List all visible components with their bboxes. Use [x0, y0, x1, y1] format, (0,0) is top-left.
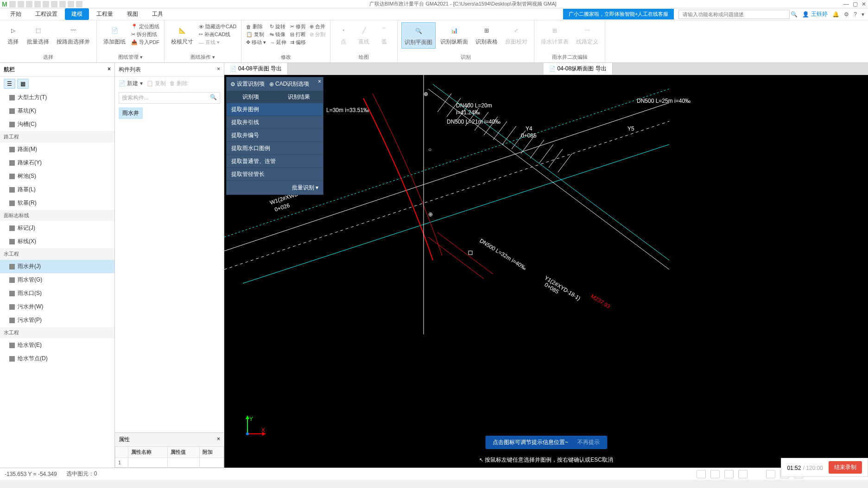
tree-item[interactable]: 污水管(P) — [0, 313, 114, 327]
list-view-icon[interactable]: ☰ — [4, 79, 15, 89]
copy-cmd[interactable]: 📋复制 — [246, 31, 266, 38]
quick-icon[interactable] — [26, 1, 32, 7]
component-search[interactable]: 搜索构件... 🔍 — [119, 92, 220, 104]
status-icon[interactable] — [738, 470, 748, 478]
status-icon[interactable] — [710, 470, 720, 478]
position-hint[interactable]: 点击图标可调节提示信息位置~ 不再提示 — [485, 436, 607, 449]
tree-item[interactable]: 基坑(K) — [0, 104, 114, 118]
import-pdf[interactable]: 📥导入PDF — [131, 39, 159, 46]
line-icon: ╱ — [357, 24, 370, 37]
move-cmd[interactable]: ✥移动 ▾ — [246, 39, 266, 46]
cad-options-tab[interactable]: ⊕CAD识别选项 — [269, 80, 309, 88]
tree-item[interactable]: 标线(X) — [0, 235, 114, 248]
promo-banner[interactable]: 广小二搬家啦，立即体验智能+人工在线客服 — [563, 9, 674, 19]
extend-cmd[interactable]: →延伸 — [270, 39, 286, 46]
road-select-button[interactable]: 〰按路面选择并 — [54, 22, 93, 48]
recognize-table-button[interactable]: ⊞识别表格 — [473, 22, 501, 48]
tree-item[interactable]: 树池(S) — [0, 169, 114, 183]
quick-icon[interactable] — [59, 1, 66, 7]
tree-item[interactable]: 软基(R) — [0, 196, 114, 210]
extract-pipe-size[interactable]: 提取管径管长 — [227, 168, 323, 181]
close-icon[interactable]: × — [217, 436, 220, 442]
settings-tab[interactable]: ⚙设置识别项 — [230, 80, 265, 88]
tree-item[interactable]: 污水井(W) — [0, 300, 114, 313]
tree-item-rainwell[interactable]: 雨水井(J) — [0, 260, 114, 273]
tree-item[interactable]: 给水管(E) — [0, 338, 114, 352]
quick-icon[interactable] — [68, 1, 74, 7]
tab-start[interactable]: 开始 — [4, 8, 28, 20]
search-icon[interactable]: 🔍 — [791, 11, 798, 18]
trim-cmd[interactable]: ✂修剪 — [290, 23, 306, 30]
tree-item[interactable]: 大型土方(T) — [0, 91, 114, 104]
quick-icon[interactable] — [51, 1, 57, 7]
draw-cad-line[interactable]: ✏补画CAD线 — [199, 31, 236, 38]
grid-view-icon[interactable]: ▦ — [17, 79, 29, 89]
delete-cmd[interactable]: 🗑删除 — [246, 23, 266, 30]
mirror-cmd[interactable]: ⇋镜像 — [270, 31, 286, 38]
minimize-icon[interactable]: — — [843, 1, 849, 7]
tree-item[interactable]: 路面(M) — [0, 143, 114, 156]
add-drawing-button[interactable]: 📄添加图纸 — [101, 22, 128, 48]
quick-icon[interactable] — [9, 1, 16, 7]
bell-icon[interactable]: 🔔 — [832, 11, 839, 18]
tree-item[interactable]: 给水节点(D) — [0, 352, 114, 365]
hide-cad[interactable]: 👁隐藏选中CAD — [199, 23, 236, 30]
help-icon[interactable]: ? — [854, 11, 857, 18]
tab-quantity[interactable]: 工程量 — [90, 8, 120, 20]
dismiss-hint[interactable]: 不再提示 — [577, 438, 600, 446]
split-cmd[interactable]: ⊘分割 — [310, 31, 325, 38]
close-icon[interactable]: ✕ — [862, 1, 866, 7]
split-drawing[interactable]: ✂拆分图纸 — [131, 31, 159, 38]
tree-item[interactable]: 沟槽(C) — [0, 118, 114, 131]
extract-inlet-legend[interactable]: 提取雨水口图例 — [227, 142, 323, 155]
tree-item[interactable]: 路基(L) — [0, 183, 114, 196]
close-icon[interactable]: × — [217, 66, 220, 74]
merge-cmd[interactable]: ⊕合并 — [310, 23, 325, 30]
extract-well-id[interactable]: 提取井编号 — [227, 129, 323, 142]
new-button[interactable]: 📄 新建 ▾ — [119, 80, 143, 88]
check-size-button[interactable]: 📐校核尺寸 — [168, 22, 196, 48]
rotate-cmd[interactable]: ↻旋转 — [270, 23, 286, 30]
drawing-tab-plan[interactable]: 📄 04-08平面图 导出 — [224, 63, 288, 75]
quick-icon[interactable] — [76, 1, 82, 7]
quick-icon[interactable] — [43, 1, 49, 7]
recognize-section-button[interactable]: 📊识别纵断面 — [437, 22, 471, 48]
batch-select-button[interactable]: ⬚批量选择 — [24, 22, 52, 48]
extract-well-legend[interactable]: 提取井图例 — [227, 103, 323, 116]
tree-item[interactable]: 标记(J) — [0, 221, 114, 235]
user-label[interactable]: 👤 王钰婷 — [802, 10, 828, 18]
svg-text:DN400 L=20m: DN400 L=20m — [456, 102, 492, 109]
chevron-down-icon[interactable]: ▾ — [862, 11, 864, 18]
batch-recognize-button[interactable]: 批量识别 ▾ — [292, 184, 318, 191]
gear-icon[interactable]: ⚙ — [844, 11, 849, 18]
recognize-plan-button[interactable]: 🔍识别平面图 — [401, 22, 436, 49]
tree-item[interactable]: 雨水口(S) — [0, 287, 114, 300]
stop-recording-button[interactable]: 结束录制 — [829, 461, 862, 474]
extract-well-lead[interactable]: 提取井引线 — [227, 116, 323, 129]
tab-view[interactable]: 视图 — [120, 8, 145, 20]
status-icon[interactable] — [724, 470, 734, 478]
offset-cmd[interactable]: ⇉偏移 — [290, 39, 306, 46]
component-item[interactable]: 雨水井 — [119, 107, 143, 119]
quick-icon[interactable] — [34, 1, 41, 7]
status-icon[interactable] — [766, 470, 775, 478]
line-tool[interactable]: —直线 ▾ — [199, 39, 236, 46]
quick-icon[interactable] — [18, 1, 24, 7]
drawing-tab-section[interactable]: 📄 04-08纵断面图 导出 — [544, 63, 613, 75]
tree-item[interactable]: 路缘石(Y) — [0, 156, 114, 169]
search-input[interactable] — [678, 10, 790, 19]
close-icon[interactable]: × — [318, 78, 321, 85]
close-icon[interactable]: × — [108, 66, 111, 74]
select-button[interactable]: ▷选择 — [4, 22, 22, 48]
tab-modeling[interactable]: 建模 — [65, 8, 89, 20]
tree-item[interactable]: 雨水管(G) — [0, 273, 114, 287]
extract-pipe[interactable]: 提取普通管、连管 — [227, 155, 323, 168]
break-cmd[interactable]: ⊟打断 — [290, 31, 306, 38]
cad-viewport[interactable]: W1(2#XWD-16) 0+026 DN400 L=20m i=41.24‰ … — [224, 75, 868, 468]
tab-project-settings[interactable]: 工程设置 — [29, 8, 64, 20]
status-icon[interactable] — [697, 470, 706, 478]
table-row[interactable]: 1 — [115, 458, 224, 468]
tab-tools[interactable]: 工具 — [146, 8, 170, 20]
maximize-icon[interactable]: ▢ — [853, 1, 858, 7]
locate-drawing[interactable]: 📍定位图纸 — [131, 23, 159, 30]
